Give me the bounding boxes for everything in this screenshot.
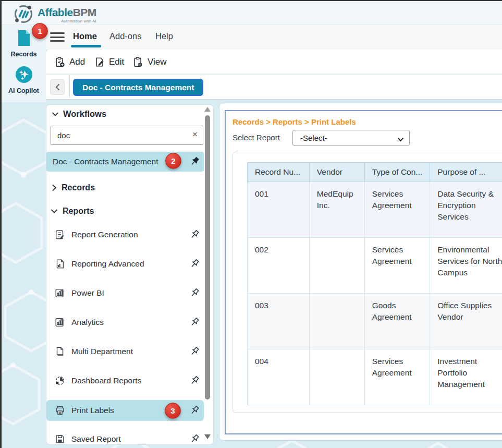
pin-icon[interactable] — [188, 287, 201, 299]
tree-item-label: Print Labels — [71, 406, 114, 415]
cell-vendor: MedEquip Inc. — [309, 182, 364, 238]
column-header-vendor[interactable]: Vendor — [309, 163, 364, 182]
logo-tagline: Automation with AI — [38, 19, 96, 23]
table-row[interactable]: 004 Services Agreement Investment Portfo… — [248, 349, 502, 405]
app-window: AffableBPM Automation with AI Records AI… — [0, 0, 502, 448]
column-header-type-of-contract[interactable]: Type of Con... — [364, 163, 430, 182]
pin-icon[interactable] — [188, 404, 201, 417]
cell-record-number: 001 — [248, 182, 310, 238]
window-top-edge — [0, 0, 502, 1]
select-report-label: Select Report — [232, 133, 280, 142]
tree-item-label: Saved Report — [71, 434, 121, 444]
report-table-card: Record Nu... Vendor Type of Con... Purpo… — [232, 152, 502, 413]
edit-button[interactable]: Edit — [94, 54, 124, 70]
toolbar-divider — [46, 99, 502, 100]
table-row[interactable]: 002 Services Agreement Environmental Ser… — [248, 238, 502, 294]
tree-section-records[interactable]: Records — [52, 183, 95, 192]
workflow-item-label: Doc - Contracts Management — [53, 157, 158, 166]
workflows-section-header[interactable]: Workflows — [52, 109, 106, 119]
logo-title: AffableBPM — [38, 6, 96, 19]
menu-bar: Home Add-ons Help — [46, 25, 502, 50]
cell-vendor — [309, 349, 364, 405]
breadcrumb: Records > Reports > Print Labels — [232, 117, 356, 126]
workflows-scrollbar[interactable] — [204, 107, 211, 443]
table-row[interactable]: 001 MedEquip Inc. Services Agreement Dat… — [248, 182, 502, 238]
cell-purpose: Data Security & Encryption Services — [430, 182, 502, 238]
scrollbar-thumb[interactable] — [205, 115, 210, 399]
pin-icon[interactable] — [188, 374, 201, 387]
pin-icon[interactable] — [188, 316, 201, 329]
pin-icon[interactable] — [188, 228, 201, 241]
rail-item-label: AI Copilot — [2, 87, 46, 94]
cell-vendor — [309, 294, 364, 349]
window-left-edge — [0, 0, 2, 448]
rail-item-ai-copilot[interactable]: AI Copilot — [2, 66, 46, 94]
app-header: AffableBPM Automation with AI — [2, 1, 502, 25]
content-panel: Records > Reports > Print Labels Select … — [219, 103, 502, 441]
tree-item-label: Analytics — [71, 318, 104, 327]
tab-divider — [69, 76, 70, 98]
workflow-search-box: × — [51, 126, 203, 145]
annotation-badge-3: 3 — [165, 403, 181, 419]
tree-item-label: Report Generation — [71, 230, 138, 239]
workflow-search-input[interactable] — [57, 126, 182, 144]
hamburger-menu-icon[interactable] — [50, 32, 65, 43]
tree-item-power-bi[interactable]: Power BI — [46, 283, 204, 303]
tree-section-label: Records — [62, 183, 95, 192]
app-logo: AffableBPM Automation with AI — [13, 3, 96, 25]
tab-scroll-back-button[interactable] — [50, 79, 65, 95]
table-row[interactable]: 003 Goods Agreement Office Supplies Vend… — [248, 294, 502, 349]
records-toolbar: Add Edit View — [46, 50, 502, 74]
cell-type-of-contract: Services Agreement — [364, 238, 430, 294]
table-header-row: Record Nu... Vendor Type of Con... Purpo… — [248, 163, 502, 182]
tree-item-label: Dashboard Reports — [71, 376, 141, 385]
tree-item-label: Multi Department — [71, 347, 133, 356]
pin-icon[interactable] — [188, 433, 201, 445]
bar-chart-icon — [54, 287, 66, 299]
tree-item-saved-report[interactable]: Saved Report — [46, 429, 204, 445]
bar-chart-icon — [54, 317, 66, 328]
select-report-dropdown[interactable]: -Select- — [292, 130, 410, 146]
cell-purpose: Environmental Services for North Campus — [430, 238, 502, 294]
select-report-value: -Select- — [300, 134, 327, 142]
menu-item-add-ons[interactable]: Add-ons — [109, 31, 141, 41]
annotation-badge-1: 1 — [32, 23, 48, 39]
tree-item-multi-department[interactable]: Multi Department — [46, 342, 204, 361]
tree-item-dashboard-reports[interactable]: Dashboard Reports — [46, 371, 204, 391]
cell-type-of-contract: Goods Agreement — [364, 294, 430, 349]
annotation-badge-2: 2 — [165, 153, 181, 169]
scroll-down-arrow[interactable] — [204, 434, 211, 439]
print-labels-container: Records > Reports > Print Labels Select … — [225, 110, 502, 434]
add-button[interactable]: Add — [54, 54, 85, 70]
chevron-left-icon — [55, 83, 60, 91]
column-header-purpose[interactable]: Purpose of ... — [430, 163, 502, 182]
cell-type-of-contract: Services Agreement — [364, 349, 430, 405]
search-clear-icon[interactable]: × — [192, 129, 198, 140]
cell-record-number: 004 — [248, 349, 310, 405]
menu-item-home[interactable]: Home — [73, 31, 97, 41]
tree-section-label: Reports — [63, 207, 94, 216]
tree-item-report-generation[interactable]: Report Generation — [46, 225, 204, 245]
cell-purpose: Investment Portfolio Management — [430, 349, 502, 405]
scroll-up-arrow[interactable] — [204, 107, 211, 112]
tree-item-reporting-advanced[interactable]: Reporting Advanced — [46, 254, 204, 274]
menu-item-help[interactable]: Help — [155, 31, 173, 41]
pin-filled-icon[interactable] — [188, 155, 201, 168]
edit-button-label: Edit — [109, 57, 124, 67]
page-pencil-icon — [94, 56, 105, 68]
column-header-record-number[interactable]: Record Nu... — [248, 163, 310, 182]
chevron-down-icon — [52, 112, 59, 117]
clipboard-view-icon — [132, 56, 144, 68]
document-icon — [16, 29, 32, 47]
cell-vendor — [309, 238, 364, 294]
pin-icon[interactable] — [188, 258, 201, 270]
tab-doc-contracts-management[interactable]: Doc - Contracts Management — [73, 79, 203, 96]
printer-icon — [54, 405, 66, 416]
view-button[interactable]: View — [132, 54, 167, 70]
tree-item-analytics[interactable]: Analytics — [46, 312, 204, 332]
tree-section-reports[interactable]: Reports — [51, 207, 94, 216]
pin-icon[interactable] — [188, 345, 201, 358]
logo-mark-icon — [13, 3, 34, 25]
workflow-tab-bar: Doc - Contracts Management — [46, 75, 502, 99]
report-generation-icon — [54, 229, 66, 240]
